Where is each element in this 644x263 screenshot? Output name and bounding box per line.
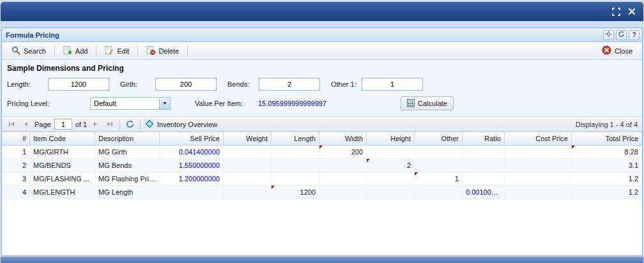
cell-cost-price[interactable] [505, 186, 572, 199]
pricing-level-combo[interactable] [90, 97, 171, 110]
cell-other[interactable]: 1 [415, 172, 463, 186]
col-header-width[interactable]: Width [319, 132, 367, 146]
value-per-item-label: Value Per Item: [195, 100, 243, 107]
other1-field-group: Other 1: [331, 78, 423, 91]
cell-other[interactable] [415, 146, 463, 159]
page-input[interactable] [54, 119, 72, 130]
cell-sell-price[interactable]: 1.200000000 [160, 172, 224, 186]
cell-width[interactable] [319, 172, 367, 186]
length-label: Length: [7, 80, 48, 88]
cell-weight[interactable] [224, 146, 272, 159]
close-icon [602, 45, 611, 56]
cell-width[interactable] [319, 186, 367, 199]
cell-width[interactable] [319, 159, 367, 172]
cell-item-code[interactable]: MG/BENDS [30, 159, 95, 172]
other1-input[interactable] [362, 78, 423, 91]
last-page-button[interactable] [104, 119, 115, 130]
cell-total-price[interactable]: 3.1 [572, 159, 642, 172]
cell-description[interactable]: MG Bends [95, 159, 160, 172]
edit-button[interactable]: Edit [100, 45, 134, 57]
girth-label: Girth: [120, 80, 155, 88]
cell-other[interactable] [415, 186, 463, 199]
cell-description[interactable]: MG Flashing Price [95, 172, 160, 186]
cell-other[interactable] [415, 159, 463, 172]
cell-weight[interactable] [224, 159, 272, 172]
combo-dropdown-button[interactable] [159, 97, 171, 110]
cell-ratio[interactable] [463, 159, 505, 172]
prev-page-button[interactable] [20, 119, 31, 130]
cell-width[interactable]: 200 [319, 146, 367, 159]
settings-button[interactable] [603, 30, 614, 40]
calculate-button[interactable]: Calculate [401, 96, 454, 110]
col-header-other[interactable]: Other [415, 132, 463, 146]
col-header-cost-price[interactable]: Cost Price [505, 132, 572, 146]
col-header-length[interactable]: Length [272, 132, 319, 146]
cell-cost-price[interactable] [505, 146, 572, 159]
maximize-icon[interactable] [612, 8, 620, 16]
close-button[interactable]: Close [597, 44, 637, 57]
cell-length[interactable] [272, 172, 319, 186]
col-header-description[interactable]: Description [95, 132, 160, 146]
search-icon [12, 46, 20, 56]
panel-refresh-button[interactable] [616, 30, 627, 40]
cell-sell-price[interactable] [160, 186, 224, 199]
next-page-button[interactable] [90, 119, 101, 130]
cell-length[interactable] [272, 146, 319, 159]
col-header-weight[interactable]: Weight [224, 132, 272, 146]
cell-ratio[interactable] [463, 146, 505, 159]
cell-sell-price[interactable]: 1.550000000 [160, 159, 224, 172]
grid-refresh-button[interactable] [125, 119, 135, 130]
cell-weight[interactable] [224, 186, 272, 199]
delete-icon [146, 46, 155, 56]
cell-sell-price[interactable]: 0.041400000 [160, 146, 224, 159]
cell-total-price[interactable]: 8.28 [572, 146, 642, 159]
section-title: Sample Dimensions and Pricing [7, 64, 637, 73]
add-button[interactable]: Add [59, 45, 93, 57]
cell-height[interactable]: 2 [367, 159, 415, 172]
table-row[interactable]: 2 MG/BENDS MG Bends 1.550000000 2 3.1 [2, 159, 642, 172]
col-header-ratio[interactable]: Ratio [463, 132, 505, 146]
cell-description[interactable]: MG Girth [95, 146, 160, 159]
col-header-item-code[interactable]: Item Code [30, 132, 95, 146]
cell-length[interactable] [272, 159, 319, 172]
delete-button[interactable]: Delete [142, 45, 183, 57]
cell-height[interactable] [367, 146, 415, 159]
col-header-row-number[interactable]: # [2, 132, 30, 146]
bends-input[interactable] [259, 78, 320, 91]
cell-cost-price[interactable] [505, 159, 572, 172]
table-row[interactable]: 1 MG/GIRTH MG Girth 0.041400000 200 8.28 [2, 146, 642, 159]
cell-ratio[interactable]: 0.001000000 [463, 186, 505, 199]
cell-height[interactable] [367, 186, 415, 199]
panel-title: Formula Pricing [6, 31, 601, 39]
cell-weight[interactable] [224, 172, 272, 186]
add-icon [63, 46, 72, 56]
length-input[interactable] [48, 78, 109, 91]
cell-length[interactable]: 1200 [272, 186, 319, 199]
paging-separator [140, 119, 141, 130]
window-close-icon[interactable] [628, 8, 636, 15]
table-row[interactable]: 3 MG/FLASHING ... MG Flashing Price 1.20… [2, 172, 642, 186]
first-page-button[interactable] [6, 119, 17, 130]
col-header-sell-price[interactable]: Sell Price [160, 132, 224, 146]
cell-item-code[interactable]: MG/LENGTH [30, 186, 95, 199]
cell-total-price[interactable]: 1.2 [572, 186, 642, 199]
col-header-total-price[interactable]: Total Price [572, 132, 642, 146]
search-button[interactable]: Search [7, 45, 50, 57]
cell-item-code[interactable]: MG/GIRTH [30, 146, 95, 159]
paging-separator [119, 119, 120, 130]
cell-ratio[interactable] [463, 172, 505, 186]
table-row[interactable]: 4 MG/LENGTH MG Length 1200 0.001000000 1… [2, 186, 642, 199]
col-header-height[interactable]: Height [367, 132, 415, 146]
cell-description[interactable]: MG Length [95, 186, 160, 199]
help-button[interactable]: ? [629, 30, 640, 40]
cell-item-code[interactable]: MG/FLASHING ... [30, 172, 95, 186]
paging-toolbar: Page of 1 Inventory Overview Displaying … [2, 116, 642, 132]
dimension-fields-row: Length: Girth: Bends: Other 1: [7, 78, 637, 91]
girth-input[interactable] [155, 78, 217, 91]
cell-height[interactable] [367, 172, 415, 186]
cell-total-price[interactable]: 1.2 [572, 172, 642, 186]
cell-cost-price[interactable] [505, 172, 572, 186]
pricing-level-input[interactable] [90, 97, 159, 110]
main-toolbar: Search Add Edit Delete [2, 42, 642, 60]
displaying-text: Displaying 1 - 4 of 4 [576, 121, 638, 128]
